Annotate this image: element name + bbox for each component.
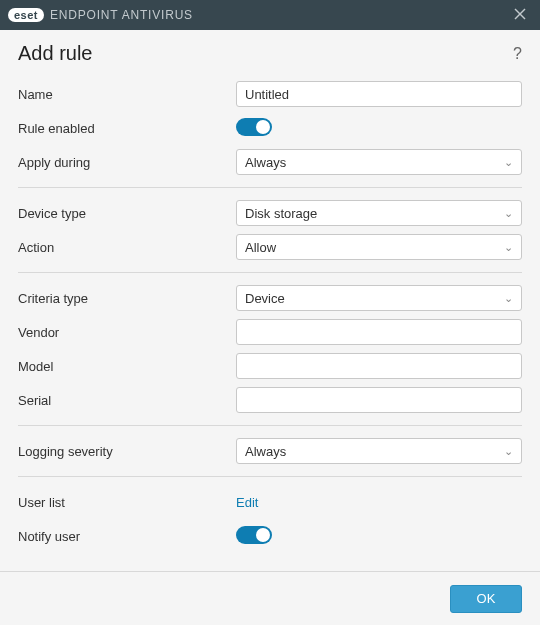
criteria-type-select[interactable]: Device ⌄ <box>236 285 522 311</box>
serial-label: Serial <box>18 393 236 408</box>
apply-during-value: Always <box>245 155 286 170</box>
action-select[interactable]: Allow ⌄ <box>236 234 522 260</box>
notify-user-label: Notify user <box>18 529 236 544</box>
vendor-label: Vendor <box>18 325 236 340</box>
chevron-down-icon: ⌄ <box>504 241 513 254</box>
help-icon[interactable]: ? <box>513 45 522 63</box>
action-label: Action <box>18 240 236 255</box>
brand-product-name: ENDPOINT ANTIVIRUS <box>50 8 193 22</box>
footer: OK <box>0 571 540 625</box>
vendor-input[interactable] <box>236 319 522 345</box>
rule-enabled-toggle[interactable] <box>236 118 272 136</box>
logging-severity-value: Always <box>245 444 286 459</box>
brand-logo: eset ENDPOINT ANTIVIRUS <box>8 8 193 22</box>
page-title: Add rule <box>18 42 93 65</box>
chevron-down-icon: ⌄ <box>504 156 513 169</box>
apply-during-select[interactable]: Always ⌄ <box>236 149 522 175</box>
chevron-down-icon: ⌄ <box>504 445 513 458</box>
separator <box>18 272 522 273</box>
page-header: Add rule ? <box>18 42 522 65</box>
user-list-label: User list <box>18 495 236 510</box>
notify-user-toggle[interactable] <box>236 526 272 544</box>
separator <box>18 425 522 426</box>
model-label: Model <box>18 359 236 374</box>
logging-severity-label: Logging severity <box>18 444 236 459</box>
criteria-type-value: Device <box>245 291 285 306</box>
chevron-down-icon: ⌄ <box>504 207 513 220</box>
content-area: Add rule ? Name Rule enabled Apply durin… <box>0 30 540 551</box>
action-value: Allow <box>245 240 276 255</box>
device-type-value: Disk storage <box>245 206 317 221</box>
user-list-edit-link[interactable]: Edit <box>236 495 258 510</box>
model-input[interactable] <box>236 353 522 379</box>
chevron-down-icon: ⌄ <box>504 292 513 305</box>
logging-severity-select[interactable]: Always ⌄ <box>236 438 522 464</box>
titlebar: eset ENDPOINT ANTIVIRUS <box>0 0 540 30</box>
name-input[interactable] <box>236 81 522 107</box>
rule-enabled-label: Rule enabled <box>18 121 236 136</box>
brand-logo-text: eset <box>8 8 44 22</box>
separator <box>18 187 522 188</box>
criteria-type-label: Criteria type <box>18 291 236 306</box>
separator <box>18 476 522 477</box>
apply-during-label: Apply during <box>18 155 236 170</box>
name-label: Name <box>18 87 236 102</box>
device-type-select[interactable]: Disk storage ⌄ <box>236 200 522 226</box>
ok-button[interactable]: OK <box>450 585 522 613</box>
serial-input[interactable] <box>236 387 522 413</box>
device-type-label: Device type <box>18 206 236 221</box>
close-icon[interactable] <box>510 6 530 24</box>
